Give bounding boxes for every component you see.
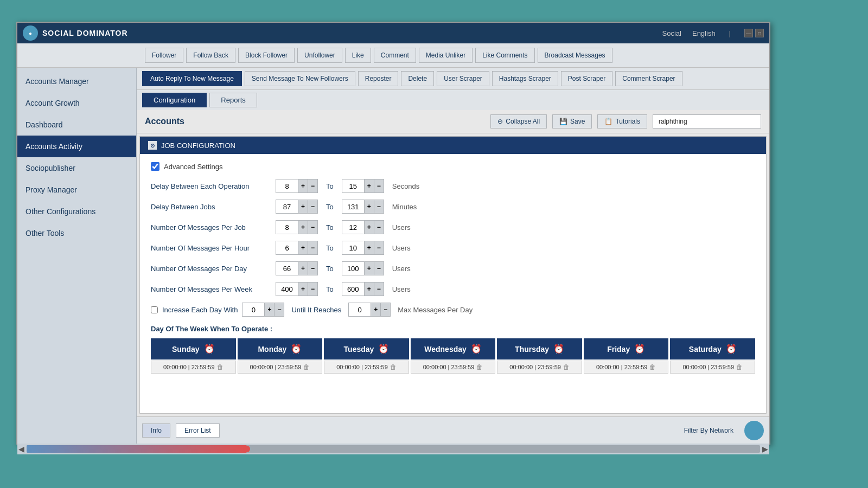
clock-icon-0[interactable]: ⏰ [204, 344, 215, 354]
sidebar-item-other-configurations[interactable]: Other Configurations [17, 201, 136, 222]
social-label: Social [662, 29, 681, 37]
from-value-3: 6 [276, 242, 298, 254]
to-plus-1[interactable]: + [364, 200, 374, 213]
nav-auto-reply-active[interactable]: Auto Reply To New Message [142, 71, 242, 86]
to-minus-1[interactable]: − [374, 200, 384, 213]
error-list-tab[interactable]: Error List [176, 423, 220, 438]
advanced-settings-checkbox[interactable] [151, 162, 159, 171]
clock-icon-5[interactable]: ⏰ [634, 344, 645, 354]
nav-user-scraper[interactable]: User Scraper [437, 71, 489, 86]
from-plus-3[interactable]: + [298, 241, 308, 254]
tab-reports[interactable]: Reports [209, 93, 257, 107]
delete-time-icon-2[interactable]: 🗑 [390, 363, 397, 371]
config-row-0: Delay Between Each Operation 8 + − To 15… [151, 179, 755, 193]
to-plus-5[interactable]: + [364, 282, 374, 296]
bottom-scrollbar[interactable]: ◀ ▶ [17, 444, 769, 454]
clock-icon-4[interactable]: ⏰ [553, 344, 564, 354]
nav-comment-scraper[interactable]: Comment Scraper [615, 71, 682, 86]
nav-reposter[interactable]: Reposter [358, 71, 399, 86]
scroll-left-arrow[interactable]: ◀ [18, 445, 24, 453]
clock-icon-2[interactable]: ⏰ [378, 344, 389, 354]
from-minus-0[interactable]: − [308, 179, 317, 192]
delete-time-icon-5[interactable]: 🗑 [649, 363, 656, 371]
maximize-button[interactable]: □ [755, 29, 764, 37]
sidebar-item-dashboard[interactable]: Dashboard [17, 114, 136, 136]
sidebar-item-proxy-manager[interactable]: Proxy Manager [17, 179, 136, 201]
nav-unfollower[interactable]: Unfollower [297, 48, 342, 63]
sidebar-item-sociopublisher[interactable]: Sociopublisher [17, 157, 136, 179]
to-minus-3[interactable]: − [374, 241, 384, 254]
increase-each-day-row: Increase Each Day With 0 + − Until It Re… [151, 303, 755, 317]
nav-delete[interactable]: Delete [401, 71, 434, 86]
job-config-title: JOB CONFIGURATION [161, 142, 235, 150]
from-minus-1[interactable]: − [308, 200, 317, 213]
accounts-title: Accounts [145, 117, 485, 126]
to-plus-2[interactable]: + [364, 221, 374, 234]
increase-plus[interactable]: + [264, 303, 274, 316]
day-card-wednesday: Wednesday ⏰ [411, 338, 496, 359]
increase-each-day-checkbox[interactable] [151, 306, 158, 313]
from-spinner-4: 66 + − [276, 261, 318, 275]
nav-hashtags-scraper[interactable]: Hashtags Scraper [492, 71, 558, 86]
minimize-button[interactable]: — [744, 29, 753, 37]
config-label-0: Delay Between Each Operation [151, 182, 270, 190]
to-plus-3[interactable]: + [364, 241, 374, 254]
search-input[interactable] [653, 114, 761, 129]
nav-comment[interactable]: Comment [374, 48, 416, 63]
nav-post-scraper[interactable]: Post Scraper [561, 71, 612, 86]
sidebar-item-accounts-activity[interactable]: Accounts Activity [17, 136, 136, 157]
to-plus-0[interactable]: + [364, 179, 374, 192]
to-minus-0[interactable]: − [374, 179, 384, 192]
delete-time-icon-3[interactable]: 🗑 [476, 363, 483, 371]
from-plus-5[interactable]: + [298, 282, 308, 296]
nav-media-unliker[interactable]: Media Unliker [419, 48, 473, 63]
from-minus-3[interactable]: − [308, 241, 317, 254]
clock-icon-1[interactable]: ⏰ [291, 344, 302, 354]
from-plus-2[interactable]: + [298, 221, 308, 234]
until-minus[interactable]: − [380, 303, 390, 316]
collapse-all-button[interactable]: ⊖ Collapse All [490, 114, 547, 129]
clock-icon-6[interactable]: ⏰ [726, 344, 737, 354]
section-collapse-icon[interactable]: ⊙ [148, 141, 157, 150]
sidebar-item-accounts-manager[interactable]: Accounts Manager [17, 70, 136, 92]
to-label-3: To [326, 244, 334, 252]
delete-time-icon-1[interactable]: 🗑 [303, 363, 310, 371]
sidebar-item-other-tools[interactable]: Other Tools [17, 222, 136, 244]
tab-configuration[interactable]: Configuration [142, 93, 207, 107]
from-spinner-1: 87 + − [276, 200, 318, 214]
from-plus-1[interactable]: + [298, 200, 308, 213]
delete-time-icon-4[interactable]: 🗑 [563, 363, 570, 371]
config-row-5: Number Of Messages Per Week 400 + − To 6… [151, 282, 755, 296]
nav-follower[interactable]: Follower [145, 48, 183, 63]
nav-send-message-followers[interactable]: Send Message To New Followers [245, 71, 355, 86]
save-button[interactable]: 💾 Save [552, 114, 592, 129]
clock-icon-3[interactable]: ⏰ [471, 344, 482, 354]
scroll-right-arrow[interactable]: ▶ [762, 445, 768, 453]
increase-minus[interactable]: − [274, 303, 284, 316]
from-minus-2[interactable]: − [308, 221, 317, 234]
nav-like[interactable]: Like [345, 48, 371, 63]
to-spinner-3: 10 + − [342, 241, 384, 255]
nav-block-follower[interactable]: Block Follower [238, 48, 295, 63]
day-card-sunday: Sunday ⏰ [151, 338, 236, 359]
time-value-5: 00:00:00 | 23:59:59 [596, 364, 648, 370]
to-minus-4[interactable]: − [374, 262, 384, 275]
nav-like-comments[interactable]: Like Comments [475, 48, 534, 63]
sidebar-item-account-growth[interactable]: Account Growth [17, 92, 136, 114]
delete-time-icon-6[interactable]: 🗑 [736, 363, 743, 371]
from-minus-5[interactable]: − [308, 282, 317, 296]
to-plus-4[interactable]: + [364, 262, 374, 275]
from-minus-4[interactable]: − [308, 262, 317, 275]
from-plus-0[interactable]: + [298, 179, 308, 192]
from-plus-4[interactable]: + [298, 262, 308, 275]
info-tab[interactable]: Info [142, 423, 170, 438]
delete-time-icon-0[interactable]: 🗑 [217, 363, 224, 371]
tutorials-button[interactable]: 📋 Tutorials [597, 114, 647, 129]
config-label-5: Number Of Messages Per Week [151, 285, 270, 293]
until-plus[interactable]: + [371, 303, 380, 316]
to-minus-2[interactable]: − [374, 221, 384, 234]
to-minus-5[interactable]: − [374, 282, 384, 296]
nav-follow-back[interactable]: Follow Back [186, 48, 235, 63]
nav-broadcast-messages[interactable]: Broadcast Messages [538, 48, 612, 63]
to-label-4: To [326, 265, 334, 273]
